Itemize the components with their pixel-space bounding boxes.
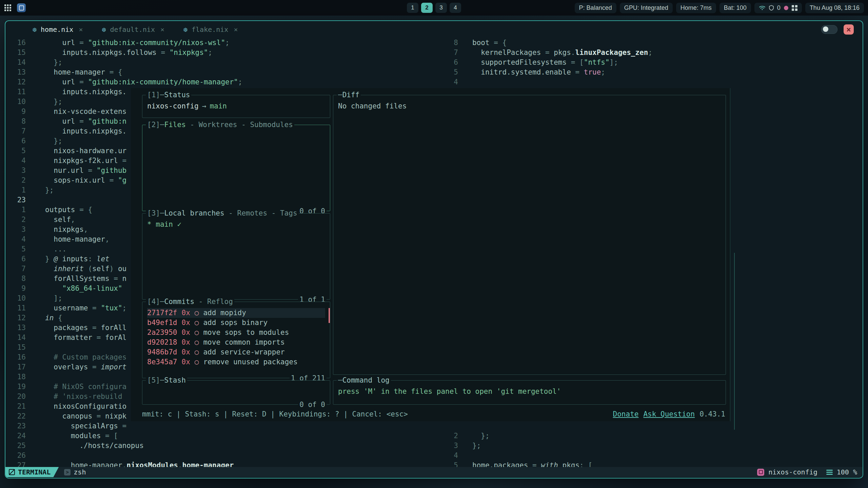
tabbar: ❆home.nix×❆default.nix×❆flake.nix× ×	[5, 21, 863, 38]
line-number: 8	[441, 38, 458, 48]
app-icon[interactable]	[17, 3, 26, 12]
toggle-knob	[823, 26, 828, 32]
line-number: 6	[441, 58, 458, 67]
line-number: 5	[5, 146, 26, 156]
line-number: 7	[5, 264, 26, 274]
line-number: 4	[441, 77, 458, 87]
wifi-icon	[759, 5, 766, 11]
desktop: 1234 P: BalancedGPU: IntegratedHome: 7ms…	[0, 0, 868, 488]
commit-row[interactable]: 8e345a70x○remove unused packages	[147, 357, 325, 367]
tab-list: ❆home.nix×❆default.nix×❆flake.nix×	[33, 25, 238, 34]
lazygit-stash-panel[interactable]: [5]─Stash 0 of 0	[142, 380, 330, 405]
nix-snowflake-icon: ❆	[102, 25, 106, 34]
line-number: 18	[5, 372, 26, 382]
editor-line: 27 home-manager.nixosModules.home-manage…	[5, 461, 439, 467]
workspace-2[interactable]: 2	[421, 3, 433, 13]
donate-link[interactable]: Donate	[613, 410, 639, 418]
commit-message: move common imports	[203, 338, 284, 347]
commits-panel-title: [4]─Commits - Reflog	[146, 297, 234, 306]
commit-message: add mopidy	[203, 308, 246, 318]
tab-home.nix[interactable]: ❆home.nix×	[33, 25, 83, 34]
status-chip-1[interactable]: GPU: Integrated	[620, 3, 673, 13]
topbar: 1234 P: BalancedGPU: IntegratedHome: 7ms…	[0, 0, 868, 16]
tab-close-icon[interactable]: ×	[77, 25, 83, 34]
apps-menu-icon[interactable]	[4, 4, 12, 12]
shell-label: zsh	[74, 468, 86, 476]
diff-content: No changed files	[333, 95, 726, 111]
commit-message: add service-wrapper	[203, 347, 284, 357]
lazygit-diff-panel[interactable]: ─Diff No changed files	[333, 95, 726, 375]
split-divider	[734, 253, 735, 430]
editor-line: 26	[5, 451, 439, 461]
line-number: 2	[441, 431, 458, 441]
shell-tab[interactable]: > zsh	[64, 468, 86, 476]
line-number: 13	[5, 67, 26, 77]
statusbar: TERMINAL > zsh nixos-config 100 %	[5, 467, 863, 477]
line-number: 25	[5, 441, 26, 451]
editor-line: 24 modules = [	[5, 431, 439, 441]
lazygit-status-panel[interactable]: [1]─Status nixos-config→main	[142, 95, 330, 118]
editor-line: 12 url = "github:nix-community/home-mana…	[5, 77, 439, 87]
lazygit-footer: mmit: c | Stash: s | Reset: D | Keybindi…	[142, 409, 725, 419]
line-number: 14	[5, 333, 26, 343]
indicator-dot-icon	[784, 6, 788, 10]
editor-line: 2 };	[441, 431, 863, 441]
commit-row[interactable]: 9486b7d0x○add service-wrapper	[147, 347, 325, 357]
branch-item[interactable]: * main ✓	[147, 220, 181, 228]
command-log-content: press 'M' in the files panel to open 'gi…	[333, 381, 726, 396]
tab-flake.nix[interactable]: ❆flake.nix×	[183, 25, 238, 34]
line-number: 22	[5, 411, 26, 421]
line-number: 9	[5, 107, 26, 117]
clock[interactable]: Thu Aug 08, 18:16	[805, 3, 864, 13]
terminal-badge[interactable]: TERMINAL	[5, 467, 59, 477]
line-number: 26	[5, 451, 26, 461]
editor-line: 16 url = "github:nix-community/nixos-wsl…	[5, 38, 439, 48]
workspace-3[interactable]: 3	[435, 3, 447, 13]
commit-author: 0x	[182, 357, 190, 367]
commit-row[interactable]: d9202180x○move common imports	[147, 338, 325, 347]
lazygit-commits-panel[interactable]: [4]─Commits - Reflog 2717f2f0x○add mopid…	[142, 302, 330, 378]
ask-question-link[interactable]: Ask Question	[643, 410, 695, 418]
line-number: 20	[5, 392, 26, 402]
repo-label: nixos-config	[768, 468, 817, 476]
commit-message: move sops to modules	[203, 328, 289, 338]
status-chip-0[interactable]: P: Balanced	[575, 3, 616, 13]
commit-status-icon: ○	[195, 318, 199, 328]
system-tray[interactable]: 0	[754, 3, 802, 13]
commit-status-icon: ○	[195, 308, 199, 318]
line-number: 16	[5, 352, 26, 362]
editor-line: 13 home-manager = {	[5, 67, 439, 77]
commit-author: 0x	[182, 318, 190, 328]
window-close-button[interactable]: ×	[844, 24, 854, 35]
status-panel-title: [1]─Status	[146, 90, 191, 100]
commit-row[interactable]: 2a239500x○move sops to modules	[147, 328, 325, 338]
editor-line: 3};	[441, 441, 863, 451]
line-number: 19	[5, 382, 26, 392]
lazygit-command-log-panel[interactable]: ─Command log press 'M' in the files pane…	[333, 380, 726, 405]
commit-status-icon: ○	[195, 338, 199, 347]
lazygit-files-panel[interactable]: [2]─Files - Worktrees - Submodules 0 of …	[142, 125, 330, 211]
status-chip-3[interactable]: Bat: 100	[719, 3, 751, 13]
line-number: 11	[5, 87, 26, 97]
tab-default.nix[interactable]: ❆default.nix×	[102, 25, 164, 34]
tab-close-icon[interactable]: ×	[232, 25, 238, 34]
commit-row[interactable]: 2717f2f0x○add mopidy	[147, 308, 325, 318]
workspace-4[interactable]: 4	[450, 3, 461, 13]
toggle-button[interactable]	[821, 25, 837, 34]
tab-close-icon[interactable]: ×	[159, 25, 164, 34]
line-number: 9	[5, 284, 26, 293]
scrollbar-thumb[interactable]	[329, 308, 330, 323]
line-number: 13	[5, 323, 26, 333]
stash-panel-title: [5]─Stash	[146, 375, 187, 385]
lazygit-branches-panel[interactable]: [3]─Local branches - Remotes - Tags * ma…	[142, 213, 330, 300]
commit-row[interactable]: b49ef1d0x○add sops binary	[147, 318, 325, 328]
line-number: 23	[5, 421, 26, 431]
arrow-icon: →	[202, 102, 206, 110]
workspace-1[interactable]: 1	[407, 3, 418, 13]
status-chip-2[interactable]: Home: 7ms	[676, 3, 716, 13]
line-number: 2	[5, 215, 26, 225]
line-number: 15	[5, 48, 26, 58]
branches-panel-title: [3]─Local branches - Remotes - Tags	[146, 208, 299, 218]
line-number: 1	[5, 205, 26, 215]
workspaces: 1234	[407, 0, 461, 16]
